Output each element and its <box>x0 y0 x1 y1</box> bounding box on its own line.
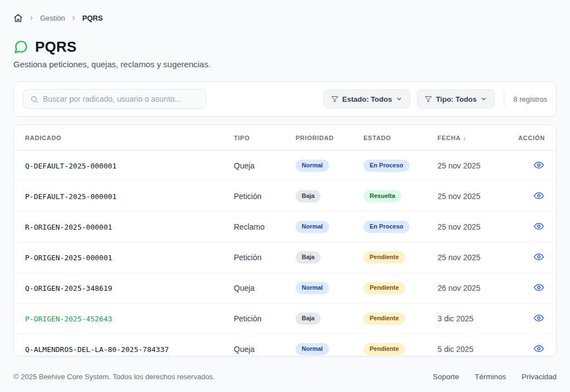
view-button[interactable] <box>533 190 545 202</box>
accion-cell <box>515 159 545 172</box>
table-row[interactable]: R-ORIGEN-2025-000001ReclamoNormalEn Proc… <box>14 212 556 242</box>
chevron-down-icon <box>396 96 402 102</box>
radicado-cell: R-ORIGEN-2025-000001 <box>25 223 234 231</box>
prioridad-badge: Normal <box>296 221 329 232</box>
table-row[interactable]: Q-DEFAULT-2025-000001QuejaNormalEn Proce… <box>14 151 556 181</box>
column-header-label: PRIORIDAD <box>296 135 334 141</box>
table-row[interactable]: P-DEFAULT-2025-000001PeticiónBajaResuelt… <box>14 181 556 212</box>
search-box[interactable] <box>23 89 207 109</box>
chevron-right-icon <box>28 15 35 21</box>
prioridad-badge: Baja <box>296 190 321 202</box>
prioridad-cell: Normal <box>296 343 363 355</box>
fecha-cell: 26 nov 2025 <box>438 284 515 292</box>
fecha-cell: 25 nov 2025 <box>438 192 515 201</box>
estado-filter-button[interactable]: Estado: Todos <box>323 90 410 108</box>
footer-link-privacidad[interactable]: Privacidad <box>522 373 557 381</box>
tipo-cell: Petición <box>234 314 296 323</box>
tipo-cell: Queja <box>234 345 296 354</box>
prioridad-badge: Normal <box>296 343 329 355</box>
column-header-radicado: RADICADO <box>25 135 234 141</box>
table-row[interactable]: Q-ORIGEN-2025-348619QuejaNormalPendiente… <box>14 273 556 304</box>
table-row[interactable]: Q-ALMENDROS-DEL-LA-80-2025-784337QuejaNo… <box>14 334 556 356</box>
pqrs-table: RADICADOTIPOPRIORIDADESTADOFECHA↓ACCIÓN … <box>13 125 557 356</box>
table-row[interactable]: P-ORIGEN-2025-452643PeticiónBajaPendient… <box>14 304 556 334</box>
prioridad-cell: Baja <box>296 312 363 324</box>
view-button[interactable] <box>533 343 545 355</box>
footer: © 2025 Beehive Core System. Todos los de… <box>0 361 570 392</box>
tipo-filter-label: Tipo: Todos <box>436 95 476 103</box>
tipo-cell: Queja <box>234 161 296 170</box>
eye-icon <box>534 282 544 292</box>
column-header-prioridad: PRIORIDAD <box>296 135 363 141</box>
page: Gestión PQRS PQRS Gestiona peticiones, q… <box>0 0 570 356</box>
column-header-tipo: TIPO <box>234 135 296 141</box>
tipo-cell: Petición <box>234 192 296 201</box>
prioridad-cell: Normal <box>296 282 363 294</box>
footer-links: Soporte Términos Privacidad <box>433 373 557 381</box>
prioridad-badge: Baja <box>296 251 321 263</box>
column-header-acción: ACCIÓN <box>515 135 545 141</box>
column-header-fecha[interactable]: FECHA↓ <box>438 135 515 141</box>
accion-cell <box>515 312 545 325</box>
column-header-label: ESTADO <box>363 135 391 141</box>
copyright-text: © 2025 Beehive Core System. Todos los de… <box>13 373 215 381</box>
search-icon <box>30 95 38 103</box>
page-subtitle: Gestiona peticiones, quejas, reclamos y … <box>13 59 557 69</box>
fecha-cell: 25 nov 2025 <box>438 222 515 231</box>
table-header-row: RADICADOTIPOPRIORIDADESTADOFECHA↓ACCIÓN <box>14 125 556 151</box>
breadcrumb: Gestión PQRS <box>13 13 557 23</box>
column-header-label: TIPO <box>234 135 250 141</box>
funnel-icon <box>331 96 338 103</box>
radicado-cell: Q-ALMENDROS-DEL-LA-80-2025-784337 <box>25 345 234 354</box>
prioridad-cell: Normal <box>296 160 363 171</box>
breadcrumb-item-gestion[interactable]: Gestión <box>40 14 65 22</box>
chat-bubble-icon <box>13 39 28 54</box>
radicado-cell: Q-DEFAULT-2025-000001 <box>25 162 234 170</box>
page-title: PQRS <box>35 38 76 56</box>
toolbar-divider <box>504 92 504 106</box>
estado-badge: Pendiente <box>363 282 405 294</box>
view-button[interactable] <box>533 220 545 232</box>
estado-cell: En Proceso <box>363 221 438 232</box>
search-input[interactable] <box>43 95 199 103</box>
estado-badge: En Proceso <box>363 221 410 232</box>
view-button[interactable] <box>533 251 545 263</box>
accion-cell <box>515 190 545 203</box>
prioridad-badge: Normal <box>296 160 329 171</box>
chevron-down-icon <box>480 96 487 102</box>
prioridad-cell: Baja <box>296 190 363 202</box>
column-header-label: ACCIÓN <box>518 135 545 141</box>
prioridad-cell: Baja <box>296 251 363 263</box>
home-icon[interactable] <box>13 13 23 23</box>
fecha-cell: 3 dic 2025 <box>438 314 515 323</box>
view-button[interactable] <box>533 312 545 324</box>
footer-link-terminos[interactable]: Términos <box>475 373 506 381</box>
view-button[interactable] <box>533 281 545 294</box>
page-header: PQRS <box>13 38 557 56</box>
radicado-cell: P-ORIGEN-2025-000001 <box>25 254 234 262</box>
funnel-icon <box>425 96 432 103</box>
eye-icon <box>534 313 544 323</box>
footer-link-soporte[interactable]: Soporte <box>433 373 459 381</box>
estado-cell: Resuelta <box>363 190 438 202</box>
table-body: Q-DEFAULT-2025-000001QuejaNormalEn Proce… <box>14 151 556 356</box>
accion-cell <box>515 220 545 234</box>
accion-cell <box>515 251 545 264</box>
estado-badge: Pendiente <box>363 251 405 263</box>
column-header-label: FECHA <box>438 135 461 141</box>
tipo-filter-button[interactable]: Tipo: Todos <box>417 90 495 108</box>
estado-badge: En Proceso <box>363 160 410 171</box>
records-count: 8 registros <box>513 95 547 103</box>
estado-cell: En Proceso <box>363 160 438 171</box>
radicado-cell: P-DEFAULT-2025-000001 <box>25 192 234 201</box>
chevron-right-icon <box>71 15 77 21</box>
eye-icon <box>534 160 544 170</box>
toolbar: Estado: Todos Tipo: Todos 8 registros <box>13 81 557 117</box>
estado-filter-label: Estado: Todos <box>342 95 392 103</box>
estado-cell: Pendiente <box>363 312 438 324</box>
table-row[interactable]: P-ORIGEN-2025-000001PeticiónBajaPendient… <box>14 242 556 273</box>
eye-icon <box>534 344 544 354</box>
view-button[interactable] <box>533 159 545 171</box>
fecha-cell: 5 dic 2025 <box>438 345 515 354</box>
accion-cell <box>515 343 545 356</box>
